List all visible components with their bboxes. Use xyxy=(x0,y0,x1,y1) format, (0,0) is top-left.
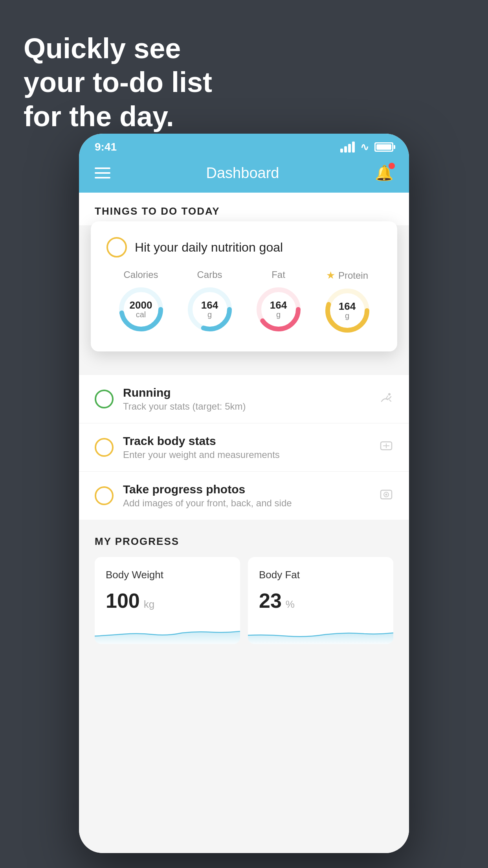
status-bar: 9:41 ∿ xyxy=(79,134,409,156)
running-subtitle: Track your stats (target: 5km) xyxy=(123,401,370,412)
running-title: Running xyxy=(123,386,370,399)
running-check-circle xyxy=(95,390,114,408)
list-item-photos[interactable]: Take progress photos Add images of your … xyxy=(79,472,409,520)
section-label: THINGS TO DO TODAY xyxy=(95,205,393,217)
app-title: Dashboard xyxy=(206,165,279,182)
donut-calories: 2000 cal xyxy=(117,286,165,333)
progress-label: MY PROGRESS xyxy=(95,535,393,548)
notification-dot xyxy=(389,163,395,169)
calories-value: 2000 xyxy=(130,300,152,310)
photos-subtitle: Add images of your front, back, and side xyxy=(123,498,370,509)
card-title: Hit your daily nutrition goal xyxy=(135,240,283,255)
macro-calories: Calories 2000 cal xyxy=(117,269,165,333)
body-fat-card[interactable]: Body Fat 23 % xyxy=(248,557,393,644)
photos-text: Take progress photos Add images of your … xyxy=(123,483,370,509)
body-weight-value-row: 100 kg xyxy=(106,589,229,612)
progress-cards: Body Weight 100 kg xyxy=(95,557,393,644)
carbs-value: 164 xyxy=(201,300,218,310)
photo-icon xyxy=(379,487,393,504)
section-header: THINGS TO DO TODAY xyxy=(79,193,409,225)
macro-label-protein: ★ Protein xyxy=(326,269,368,281)
signal-icon xyxy=(340,142,355,153)
donut-protein: 164 g xyxy=(324,287,371,334)
body-fat-unit: % xyxy=(286,598,295,611)
running-icon xyxy=(379,390,393,408)
protein-unit: g xyxy=(339,311,356,320)
clock: 9:41 xyxy=(95,141,117,153)
battery-icon xyxy=(374,142,393,152)
donut-carbs: 164 g xyxy=(186,286,233,333)
wifi-icon: ∿ xyxy=(360,141,369,153)
list-item-running[interactable]: Running Track your stats (target: 5km) xyxy=(79,375,409,423)
app-header: Dashboard 🔔 xyxy=(79,156,409,193)
bodystats-title: Track body stats xyxy=(123,434,370,448)
bodystats-subtitle: Enter your weight and measurements xyxy=(123,449,370,460)
notification-button[interactable]: 🔔 xyxy=(375,164,393,182)
body-fat-title: Body Fat xyxy=(259,569,382,581)
macro-label-carbs: Carbs xyxy=(197,269,222,280)
phone-frame: 9:41 ∿ Dashboard 🔔 THINGS TO DO TODAY xyxy=(79,134,409,853)
scale-icon xyxy=(379,439,393,456)
body-weight-number: 100 xyxy=(106,589,140,612)
content-area: THINGS TO DO TODAY Hit your daily nutrit… xyxy=(79,193,409,853)
body-weight-chart xyxy=(95,620,240,644)
calories-unit: cal xyxy=(130,310,152,319)
macro-carbs: Carbs 164 g xyxy=(186,269,233,333)
bodystats-text: Track body stats Enter your weight and m… xyxy=(123,434,370,460)
body-fat-number: 23 xyxy=(259,589,282,612)
macro-label-fat: Fat xyxy=(272,269,285,280)
carbs-unit: g xyxy=(201,310,218,319)
macros-row: Calories 2000 cal Carbs xyxy=(106,269,382,334)
goal-check-circle xyxy=(106,237,127,257)
svg-point-8 xyxy=(388,393,391,395)
body-fat-chart xyxy=(248,620,393,644)
fat-unit: g xyxy=(270,310,287,319)
macro-fat: Fat 164 g xyxy=(255,269,302,333)
hero-text: Quickly see your to-do list for the day. xyxy=(24,31,212,133)
photos-check-circle xyxy=(95,486,114,505)
svg-point-14 xyxy=(385,494,387,496)
nutrition-goal-card[interactable]: Hit your daily nutrition goal Calories 2… xyxy=(91,221,397,351)
body-weight-unit: kg xyxy=(144,598,154,611)
menu-button[interactable] xyxy=(95,167,110,178)
donut-fat: 164 g xyxy=(255,286,302,333)
running-text: Running Track your stats (target: 5km) xyxy=(123,386,370,412)
star-icon: ★ xyxy=(326,269,335,281)
photos-title: Take progress photos xyxy=(123,483,370,496)
list-item-body-stats[interactable]: Track body stats Enter your weight and m… xyxy=(79,423,409,472)
progress-section: MY PROGRESS Body Weight 100 kg xyxy=(79,520,409,652)
body-weight-title: Body Weight xyxy=(106,569,229,581)
status-icons: ∿ xyxy=(340,141,393,153)
bodystats-check-circle xyxy=(95,438,114,457)
body-fat-value-row: 23 % xyxy=(259,589,382,612)
fat-value: 164 xyxy=(270,300,287,310)
body-weight-card[interactable]: Body Weight 100 kg xyxy=(95,557,240,644)
macro-protein: ★ Protein 164 g xyxy=(324,269,371,334)
todo-list: Running Track your stats (target: 5km) T xyxy=(79,375,409,520)
macro-label-calories: Calories xyxy=(123,269,158,280)
protein-value: 164 xyxy=(339,301,356,311)
